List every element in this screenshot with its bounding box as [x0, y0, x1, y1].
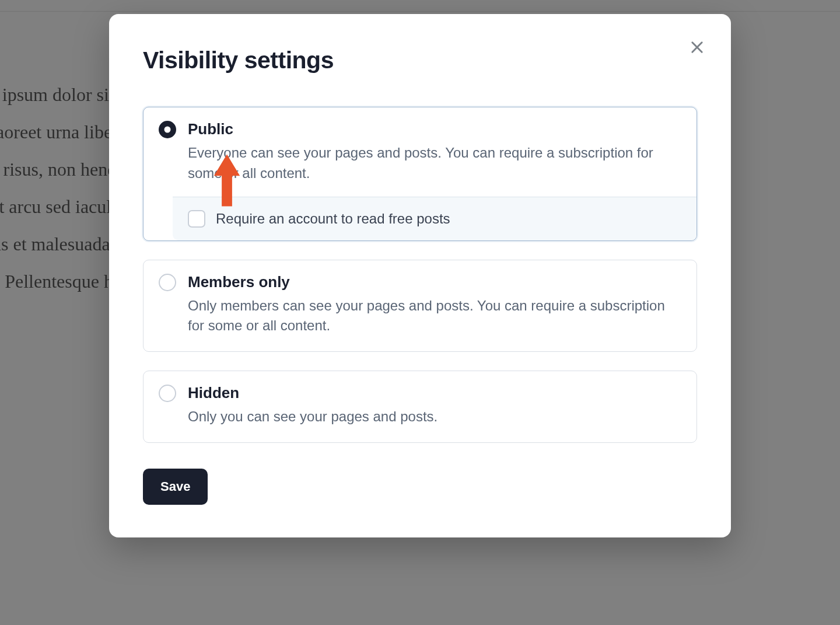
- require-account-checkbox[interactable]: [188, 210, 205, 228]
- visibility-option-public[interactable]: Public Everyone can see your pages and p…: [143, 107, 697, 241]
- radio-hidden[interactable]: [159, 385, 176, 402]
- option-title: Members only: [188, 273, 681, 291]
- require-account-label: Require an account to read free posts: [216, 211, 450, 227]
- radio-public[interactable]: [159, 121, 176, 138]
- visibility-settings-modal: Visibility settings Public Everyone can …: [109, 14, 731, 537]
- option-description: Only members can see your pages and post…: [188, 296, 681, 337]
- option-description: Everyone can see your pages and posts. Y…: [188, 143, 681, 184]
- radio-members-only[interactable]: [159, 274, 176, 291]
- option-title: Public: [188, 120, 681, 138]
- save-button[interactable]: Save: [143, 469, 208, 505]
- visibility-option-hidden[interactable]: Hidden Only you can see your pages and p…: [143, 371, 697, 443]
- option-title: Hidden: [188, 384, 681, 402]
- option-body: Members only Only members can see your p…: [188, 273, 681, 337]
- option-body: Hidden Only you can see your pages and p…: [188, 384, 681, 427]
- option-description: Only you can see your pages and posts.: [188, 407, 681, 427]
- visibility-option-members-only[interactable]: Members only Only members can see your p…: [143, 260, 697, 352]
- modal-title: Visibility settings: [143, 47, 697, 74]
- visibility-options-group: Public Everyone can see your pages and p…: [143, 107, 697, 443]
- close-icon: [689, 39, 705, 57]
- option-body: Public Everyone can see your pages and p…: [188, 120, 681, 240]
- close-button[interactable]: [687, 37, 708, 58]
- modal-overlay: Visibility settings Public Everyone can …: [0, 0, 840, 625]
- require-account-suboption[interactable]: Require an account to read free posts: [173, 197, 696, 240]
